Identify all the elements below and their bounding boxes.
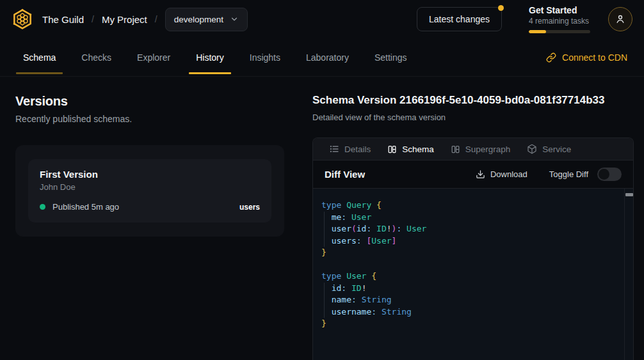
breadcrumb-separator: / <box>92 14 94 24</box>
target-nav-tabs: Schema Checks Explorer History Insights … <box>0 38 644 77</box>
code-line: user(id: ID!): User <box>321 223 620 235</box>
schema-version-subtitle: Detailed view of the schema version <box>312 113 634 122</box>
toggle-knob <box>599 169 609 180</box>
code-line: me: User <box>321 212 620 224</box>
tab-settings[interactable]: Settings <box>367 38 414 76</box>
diff-view-header: Diff View Download Toggle Diff <box>313 160 633 189</box>
get-started-progress-fill <box>529 30 546 33</box>
tab-details[interactable]: Details <box>321 138 379 160</box>
columns-icon <box>451 145 460 154</box>
toggle-diff-switch[interactable] <box>597 168 622 181</box>
get-started-widget[interactable]: Get Started 4 remaining tasks <box>529 5 590 33</box>
code-line: } <box>321 247 620 259</box>
tab-supergraph[interactable]: Supergraph <box>442 138 519 160</box>
hive-logo-icon[interactable] <box>12 8 33 30</box>
target-selector-dropdown[interactable]: development <box>165 8 248 31</box>
diff-view-actions: Download Toggle Diff <box>476 168 622 181</box>
detail-tabs: Details Schema Supergraph <box>313 138 633 160</box>
target-selector-value: development <box>174 15 223 24</box>
download-button[interactable]: Download <box>476 169 527 179</box>
version-name: First Version <box>40 169 260 180</box>
tab-label: Laboratory <box>306 52 349 63</box>
code-line: type User { <box>321 270 620 283</box>
cube-icon <box>527 144 537 154</box>
code-scrollbar-thumb[interactable] <box>625 193 633 196</box>
schema-code-viewer[interactable]: type Query { me: User user(id: ID!): Use… <box>313 189 633 360</box>
tab-history[interactable]: History <box>189 38 231 76</box>
get-started-title: Get Started <box>529 5 590 15</box>
tab-service[interactable]: Service <box>519 138 579 160</box>
latest-changes-button[interactable]: Latest changes <box>417 7 502 31</box>
code-line: users: [User] <box>321 235 620 247</box>
connect-to-cdn-label: Connect to CDN <box>562 52 627 63</box>
code-line: name: String <box>321 294 620 306</box>
top-header: The Guild / My Project / development Lat… <box>0 0 644 38</box>
breadcrumb-org[interactable]: The Guild <box>42 14 84 25</box>
columns-icon <box>387 145 397 154</box>
versions-list-card: First Version John Doe Published 5m ago … <box>15 145 284 237</box>
list-icon <box>329 144 339 154</box>
tab-label: Checks <box>81 52 111 63</box>
download-icon <box>476 169 485 179</box>
code-scrollbar[interactable] <box>624 189 633 360</box>
schema-version-title: Schema Version 2166196f-5e10-4059-bd0a-0… <box>312 94 634 107</box>
versions-panel: Versions Recently published schemas. Fir… <box>0 77 297 360</box>
download-label: Download <box>490 169 527 179</box>
code-line <box>321 259 620 271</box>
latest-changes-label: Latest changes <box>429 14 490 24</box>
main-content: Versions Recently published schemas. Fir… <box>0 77 644 360</box>
tab-label: Insights <box>250 52 280 63</box>
link-icon <box>546 52 556 63</box>
code-line: } <box>321 318 620 330</box>
tab-schema-view[interactable]: Schema <box>379 138 442 160</box>
connect-to-cdn-link[interactable]: Connect to CDN <box>546 38 627 76</box>
version-status-row: Published 5m ago users <box>40 202 260 212</box>
tab-label: Settings <box>374 52 407 63</box>
code-line: id: ID! <box>321 283 620 295</box>
tab-laboratory[interactable]: Laboratory <box>299 38 356 76</box>
tab-label: Schema <box>23 52 56 63</box>
tab-label: Supergraph <box>465 145 511 154</box>
get-started-progress-bar <box>529 30 590 33</box>
version-status-text: Published 5m ago <box>52 202 119 212</box>
tab-insights[interactable]: Insights <box>243 38 287 76</box>
tab-checks[interactable]: Checks <box>74 38 118 76</box>
user-avatar-button[interactable] <box>608 7 632 31</box>
diff-view-title: Diff View <box>325 169 365 180</box>
versions-subtitle: Recently published schemas. <box>15 114 284 124</box>
versions-title: Versions <box>15 94 284 109</box>
version-list-item[interactable]: First Version John Doe Published 5m ago … <box>28 159 271 223</box>
person-icon <box>615 13 626 25</box>
tab-schema[interactable]: Schema <box>16 38 63 76</box>
code-editor: type Query { me: User user(id: ID!): Use… <box>321 200 620 330</box>
tab-label: Explorer <box>137 52 170 63</box>
schema-viewer-panel: Details Schema Supergraph <box>312 137 634 360</box>
toggle-diff-label: Toggle Diff <box>549 169 588 179</box>
tab-label: Service <box>542 145 571 154</box>
tab-explorer[interactable]: Explorer <box>130 38 177 76</box>
code-line: username: String <box>321 306 620 318</box>
published-status-dot <box>40 204 45 210</box>
chevron-down-icon <box>230 15 239 24</box>
tab-label: Schema <box>402 145 434 154</box>
version-author: John Doe <box>40 182 260 192</box>
get-started-subtitle: 4 remaining tasks <box>529 17 590 26</box>
tab-label: Details <box>344 145 371 154</box>
notification-dot <box>498 5 504 11</box>
service-name-badge: users <box>239 203 260 212</box>
breadcrumb-separator: / <box>155 14 157 24</box>
tab-label: History <box>196 52 224 63</box>
code-line: type Query { <box>321 200 620 212</box>
breadcrumb-project[interactable]: My Project <box>102 14 147 25</box>
version-detail-panel: Schema Version 2166196f-5e10-4059-bd0a-0… <box>297 77 644 360</box>
nav-spacer <box>420 38 547 76</box>
